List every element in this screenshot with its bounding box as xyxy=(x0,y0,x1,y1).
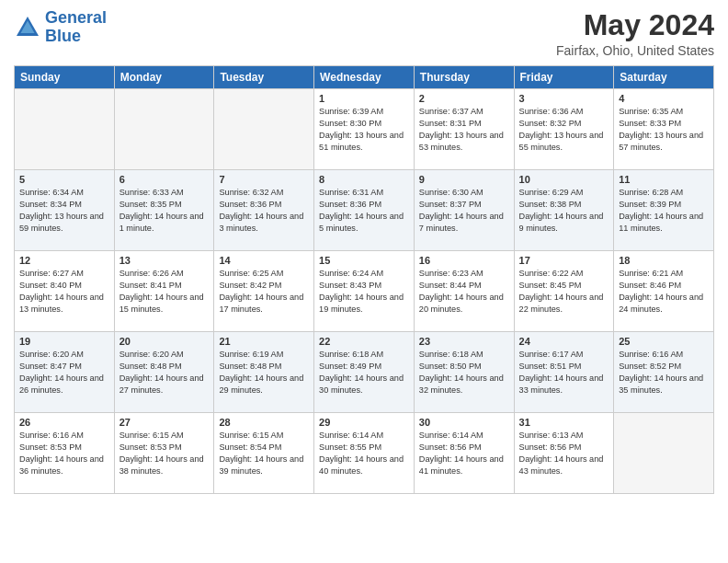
day-number: 4 xyxy=(619,93,709,104)
day-number: 10 xyxy=(519,174,609,185)
day-number: 26 xyxy=(19,417,109,428)
calendar-day-cell: 28Sunrise: 6:15 AMSunset: 8:54 PMDayligh… xyxy=(214,413,314,494)
calendar-day-cell: 7Sunrise: 6:32 AMSunset: 8:36 PMDaylight… xyxy=(214,170,314,251)
day-number: 3 xyxy=(519,93,609,104)
day-detail: Sunrise: 6:27 AMSunset: 8:40 PMDaylight:… xyxy=(19,268,109,316)
calendar-day-cell: 29Sunrise: 6:14 AMSunset: 8:55 PMDayligh… xyxy=(314,413,415,494)
calendar-week-row: 1Sunrise: 6:39 AMSunset: 8:30 PMDaylight… xyxy=(15,89,714,170)
day-detail: Sunrise: 6:21 AMSunset: 8:46 PMDaylight:… xyxy=(619,268,709,316)
day-number: 30 xyxy=(419,417,509,428)
calendar-day-cell: 2Sunrise: 6:37 AMSunset: 8:31 PMDaylight… xyxy=(414,89,514,170)
calendar-week-row: 26Sunrise: 6:16 AMSunset: 8:53 PMDayligh… xyxy=(15,413,714,494)
weekday-header-tuesday: Tuesday xyxy=(214,66,314,89)
location: Fairfax, Ohio, United States xyxy=(556,43,714,58)
month-year: May 2024 xyxy=(556,9,714,41)
day-detail: Sunrise: 6:20 AMSunset: 8:48 PMDaylight:… xyxy=(119,349,210,396)
header-right: May 2024 Fairfax, Ohio, United States xyxy=(556,9,714,58)
day-detail: Sunrise: 6:39 AMSunset: 8:30 PMDaylight:… xyxy=(319,106,409,154)
day-number: 15 xyxy=(319,255,409,266)
day-number: 8 xyxy=(319,174,409,185)
day-number: 11 xyxy=(619,174,709,185)
day-detail: Sunrise: 6:37 AMSunset: 8:31 PMDaylight:… xyxy=(419,106,509,154)
calendar-day-cell: 27Sunrise: 6:15 AMSunset: 8:53 PMDayligh… xyxy=(114,413,214,494)
day-detail: Sunrise: 6:20 AMSunset: 8:47 PMDaylight:… xyxy=(19,349,109,396)
day-number: 25 xyxy=(619,336,709,347)
calendar-day-cell: 23Sunrise: 6:18 AMSunset: 8:50 PMDayligh… xyxy=(414,332,514,413)
calendar-day-cell xyxy=(214,89,314,170)
day-detail: Sunrise: 6:29 AMSunset: 8:38 PMDaylight:… xyxy=(519,187,609,235)
calendar-day-cell: 4Sunrise: 6:35 AMSunset: 8:33 PMDaylight… xyxy=(614,89,714,170)
logo-text: General Blue xyxy=(45,9,107,46)
weekday-header-row: SundayMondayTuesdayWednesdayThursdayFrid… xyxy=(15,66,714,89)
day-detail: Sunrise: 6:16 AMSunset: 8:53 PMDaylight:… xyxy=(19,430,109,477)
day-detail: Sunrise: 6:15 AMSunset: 8:54 PMDaylight:… xyxy=(219,430,309,477)
calendar-day-cell xyxy=(614,413,714,494)
calendar: SundayMondayTuesdayWednesdayThursdayFrid… xyxy=(14,65,714,494)
day-number: 27 xyxy=(119,417,210,428)
day-detail: Sunrise: 6:14 AMSunset: 8:56 PMDaylight:… xyxy=(419,430,509,477)
day-number: 12 xyxy=(19,255,109,266)
day-number: 2 xyxy=(419,93,509,104)
calendar-day-cell: 14Sunrise: 6:25 AMSunset: 8:42 PMDayligh… xyxy=(214,251,314,332)
day-number: 6 xyxy=(119,174,210,185)
calendar-week-row: 12Sunrise: 6:27 AMSunset: 8:40 PMDayligh… xyxy=(15,251,714,332)
day-detail: Sunrise: 6:22 AMSunset: 8:45 PMDaylight:… xyxy=(519,268,609,316)
day-number: 16 xyxy=(419,255,509,266)
day-detail: Sunrise: 6:25 AMSunset: 8:42 PMDaylight:… xyxy=(219,268,309,316)
day-number: 17 xyxy=(519,255,609,266)
day-number: 13 xyxy=(119,255,210,266)
day-detail: Sunrise: 6:23 AMSunset: 8:44 PMDaylight:… xyxy=(419,268,509,316)
weekday-header-friday: Friday xyxy=(514,66,614,89)
day-number: 24 xyxy=(519,336,609,347)
day-number: 7 xyxy=(219,174,309,185)
calendar-day-cell: 15Sunrise: 6:24 AMSunset: 8:43 PMDayligh… xyxy=(314,251,415,332)
calendar-day-cell: 12Sunrise: 6:27 AMSunset: 8:40 PMDayligh… xyxy=(15,251,115,332)
day-number: 14 xyxy=(219,255,309,266)
day-number: 31 xyxy=(519,417,609,428)
day-number: 9 xyxy=(419,174,509,185)
logo-icon xyxy=(14,14,41,41)
calendar-day-cell: 19Sunrise: 6:20 AMSunset: 8:47 PMDayligh… xyxy=(15,332,115,413)
calendar-week-row: 5Sunrise: 6:34 AMSunset: 8:34 PMDaylight… xyxy=(15,170,714,251)
calendar-day-cell: 25Sunrise: 6:16 AMSunset: 8:52 PMDayligh… xyxy=(614,332,714,413)
calendar-day-cell: 21Sunrise: 6:19 AMSunset: 8:48 PMDayligh… xyxy=(214,332,314,413)
day-detail: Sunrise: 6:14 AMSunset: 8:55 PMDaylight:… xyxy=(319,430,409,477)
day-number: 22 xyxy=(319,336,409,347)
day-detail: Sunrise: 6:16 AMSunset: 8:52 PMDaylight:… xyxy=(619,349,709,396)
day-detail: Sunrise: 6:26 AMSunset: 8:41 PMDaylight:… xyxy=(119,268,210,316)
day-detail: Sunrise: 6:31 AMSunset: 8:36 PMDaylight:… xyxy=(319,187,409,235)
day-detail: Sunrise: 6:30 AMSunset: 8:37 PMDaylight:… xyxy=(419,187,509,235)
day-number: 18 xyxy=(619,255,709,266)
day-number: 23 xyxy=(419,336,509,347)
calendar-day-cell: 30Sunrise: 6:14 AMSunset: 8:56 PMDayligh… xyxy=(414,413,514,494)
calendar-day-cell: 10Sunrise: 6:29 AMSunset: 8:38 PMDayligh… xyxy=(514,170,614,251)
day-detail: Sunrise: 6:15 AMSunset: 8:53 PMDaylight:… xyxy=(119,430,210,477)
calendar-day-cell: 20Sunrise: 6:20 AMSunset: 8:48 PMDayligh… xyxy=(114,332,214,413)
calendar-day-cell: 6Sunrise: 6:33 AMSunset: 8:35 PMDaylight… xyxy=(114,170,214,251)
logo-general: General xyxy=(45,8,107,27)
calendar-day-cell: 9Sunrise: 6:30 AMSunset: 8:37 PMDaylight… xyxy=(414,170,514,251)
weekday-header-saturday: Saturday xyxy=(614,66,714,89)
day-number: 20 xyxy=(119,336,210,347)
calendar-day-cell: 16Sunrise: 6:23 AMSunset: 8:44 PMDayligh… xyxy=(414,251,514,332)
day-detail: Sunrise: 6:13 AMSunset: 8:56 PMDaylight:… xyxy=(519,430,609,477)
calendar-day-cell: 17Sunrise: 6:22 AMSunset: 8:45 PMDayligh… xyxy=(514,251,614,332)
weekday-header-monday: Monday xyxy=(114,66,214,89)
calendar-day-cell: 22Sunrise: 6:18 AMSunset: 8:49 PMDayligh… xyxy=(314,332,415,413)
calendar-day-cell: 3Sunrise: 6:36 AMSunset: 8:32 PMDaylight… xyxy=(514,89,614,170)
calendar-day-cell: 26Sunrise: 6:16 AMSunset: 8:53 PMDayligh… xyxy=(15,413,115,494)
calendar-day-cell: 24Sunrise: 6:17 AMSunset: 8:51 PMDayligh… xyxy=(514,332,614,413)
weekday-header-wednesday: Wednesday xyxy=(314,66,415,89)
weekday-header-sunday: Sunday xyxy=(15,66,115,89)
day-number: 1 xyxy=(319,93,409,104)
day-detail: Sunrise: 6:17 AMSunset: 8:51 PMDaylight:… xyxy=(519,349,609,396)
day-detail: Sunrise: 6:36 AMSunset: 8:32 PMDaylight:… xyxy=(519,106,609,154)
day-number: 28 xyxy=(219,417,309,428)
calendar-day-cell: 11Sunrise: 6:28 AMSunset: 8:39 PMDayligh… xyxy=(614,170,714,251)
calendar-day-cell: 1Sunrise: 6:39 AMSunset: 8:30 PMDaylight… xyxy=(314,89,415,170)
day-number: 29 xyxy=(319,417,409,428)
calendar-day-cell: 13Sunrise: 6:26 AMSunset: 8:41 PMDayligh… xyxy=(114,251,214,332)
day-detail: Sunrise: 6:18 AMSunset: 8:49 PMDaylight:… xyxy=(319,349,409,396)
logo-blue: Blue xyxy=(45,28,107,46)
day-detail: Sunrise: 6:18 AMSunset: 8:50 PMDaylight:… xyxy=(419,349,509,396)
